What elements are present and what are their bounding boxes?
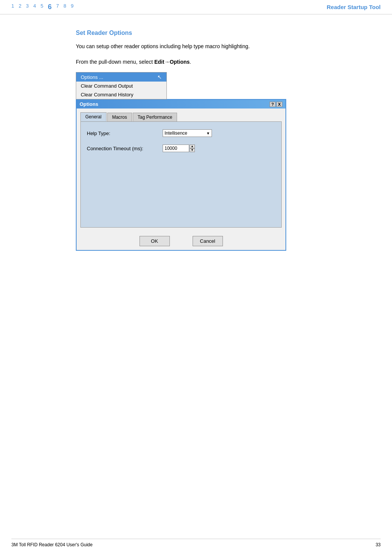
form-row-help-type: Help Type: Intellisence ▼ xyxy=(87,129,275,137)
menu-item-clear-history[interactable]: Clear Command History xyxy=(76,90,166,99)
timeout-input[interactable] xyxy=(163,145,189,152)
instruction-suffix: . xyxy=(190,59,191,65)
help-type-label: Help Type: xyxy=(87,130,163,136)
dialog-buttons: OK Cancel xyxy=(77,231,285,250)
spinner-up-button[interactable]: ▲ xyxy=(190,145,195,148)
tab-tag-performance[interactable]: Tag Performance xyxy=(133,113,177,121)
spinner-buttons[interactable]: ▲ ▼ xyxy=(190,145,195,152)
nav-item-1[interactable]: 1 xyxy=(11,3,14,11)
dialog-titlebar: Options ? X xyxy=(77,100,285,108)
ok-button[interactable]: OK xyxy=(140,236,170,246)
dialog-title: Options xyxy=(80,101,98,107)
tabs-container[interactable]: General Macros Tag Performance xyxy=(80,112,282,121)
options-dialog: Options ? X General Macros Tag Performan… xyxy=(76,99,286,251)
page-title: Reader Startup Tool xyxy=(327,4,381,10)
instruction-prefix: From the pull-down menu, select xyxy=(76,59,154,65)
dialog-close-button[interactable]: X xyxy=(276,102,282,107)
help-type-value: Intellisence xyxy=(165,130,187,136)
nav-item-2[interactable]: 2 xyxy=(19,3,21,11)
page-footer: 3M Toll RFID Reader 6204 User's Guide 33 xyxy=(11,539,381,547)
nav-item-6-current[interactable]: 6 xyxy=(48,3,52,11)
help-type-control[interactable]: Intellisence ▼ xyxy=(163,129,212,137)
tab-macros[interactable]: Macros xyxy=(107,113,132,121)
section-title: Set Reader Options xyxy=(76,30,347,36)
page-header: 1 2 3 4 5 6 7 8 9 Reader Startup Tool xyxy=(0,0,392,14)
tab-general[interactable]: General xyxy=(80,112,107,121)
nav-item-7[interactable]: 7 xyxy=(56,3,59,11)
nav-item-5[interactable]: 5 xyxy=(41,3,43,11)
timeout-spinner[interactable]: ▲ ▼ xyxy=(163,145,195,152)
menu-item-clear-output[interactable]: Clear Command Output xyxy=(76,82,166,90)
dropdown-menu[interactable]: Options ... ↖ Clear Command Output Clear… xyxy=(76,72,167,99)
tab-content-general: Help Type: Intellisence ▼ Connection Tim… xyxy=(80,121,282,228)
instruction-text: From the pull-down menu, select Edit→Opt… xyxy=(76,58,347,66)
dialog-body: General Macros Tag Performance Help Type… xyxy=(77,108,285,231)
main-content: Set Reader Options You can setup other r… xyxy=(0,14,392,266)
menu-item-options[interactable]: Options ... ↖ xyxy=(76,72,166,82)
connection-timeout-label: Connection Timeout (ms): xyxy=(87,146,163,151)
nav-item-8[interactable]: 8 xyxy=(63,3,66,11)
screenshot-area: Options ... ↖ Clear Command Output Clear… xyxy=(76,72,296,251)
nav-item-3[interactable]: 3 xyxy=(26,3,28,11)
description-text: You can setup other reader options inclu… xyxy=(76,42,347,50)
connection-timeout-control[interactable]: ▲ ▼ xyxy=(163,145,195,152)
dialog-help-button[interactable]: ? xyxy=(270,102,276,107)
help-type-select[interactable]: Intellisence ▼ xyxy=(163,129,212,137)
footer-page-number: 33 xyxy=(376,542,381,547)
footer-guide-text: 3M Toll RFID Reader 6204 User's Guide xyxy=(11,542,93,547)
dropdown-arrow-icon: ▼ xyxy=(206,131,210,135)
nav-item-4[interactable]: 4 xyxy=(33,3,36,11)
instruction-bold: Edit→Options xyxy=(154,59,190,65)
form-row-connection-timeout: Connection Timeout (ms): ▲ ▼ xyxy=(87,145,275,152)
cancel-button[interactable]: Cancel xyxy=(193,236,223,246)
cursor-icon: ↖ xyxy=(157,74,162,80)
page-navigation[interactable]: 1 2 3 4 5 6 7 8 9 xyxy=(11,3,74,11)
nav-item-9[interactable]: 9 xyxy=(71,3,74,11)
dialog-titlebar-buttons[interactable]: ? X xyxy=(270,102,282,107)
spinner-down-button[interactable]: ▼ xyxy=(190,148,195,152)
